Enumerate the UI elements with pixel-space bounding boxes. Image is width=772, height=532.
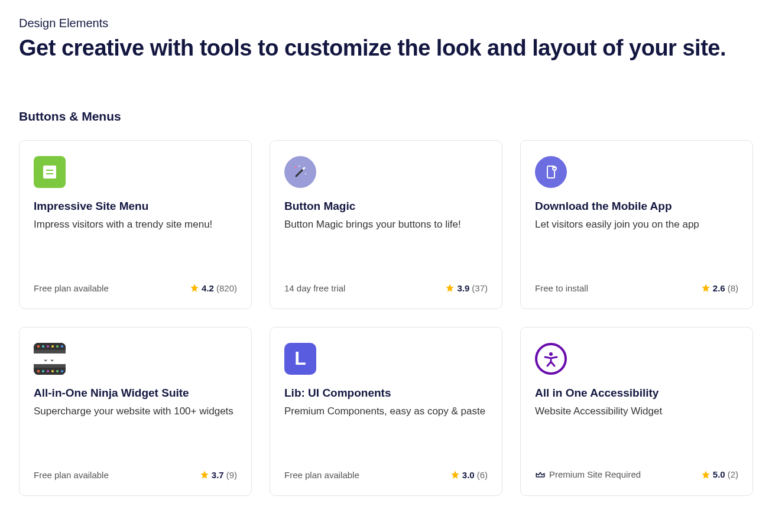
star-icon [450,470,460,479]
card-plan-text: Premium Site Required [549,469,641,479]
card-description: Website Accessibility Widget [535,404,738,419]
svg-line-4 [303,168,304,169]
app-card[interactable]: Download the Mobile App Let visitors eas… [520,140,753,309]
rating-value: 2.6 [713,283,725,293]
star-icon [701,470,711,479]
card-title: All in One Accessibility [535,387,738,400]
svg-point-7 [299,166,300,167]
cards-grid: Impressive Site Menu Impress visitors wi… [19,140,753,496]
svg-point-15 [47,345,49,348]
rating-count: (9) [226,470,237,480]
card-rating: 3.7 (9) [200,470,237,480]
card-plan: Premium Site Required [535,469,641,480]
card-rating: 4.2 (820) [190,283,237,293]
svg-point-13 [37,345,40,348]
card-footer: Free to install 2.6 (8) [535,271,738,293]
rating-value: 3.0 [462,470,475,480]
card-footer: Free plan available 3.0 (6) [284,458,488,480]
svg-point-16 [51,345,54,348]
accessibility-icon [535,343,567,375]
svg-point-26 [61,370,63,372]
card-rating: 2.6 (8) [701,283,738,293]
card-title: Impressive Site Menu [34,200,237,213]
card-rating: 5.0 (2) [701,469,738,479]
section-title: Buttons & Menus [19,109,753,124]
card-footer: Free plan available 4.2 (820) [34,271,237,293]
menu-icon [34,156,66,188]
rating-value: 3.7 [212,470,224,480]
rating-value: 5.0 [713,469,725,479]
card-description: Button Magic brings your buttons to life… [284,218,488,232]
card-footer: Free plan available 3.7 (9) [34,458,237,480]
app-card[interactable]: ⌄ ⌄ All-in-One Ninja Widget Suite Superc… [19,327,252,496]
app-card[interactable]: Impressive Site Menu Impress visitors wi… [19,140,252,309]
rating-value: 4.2 [202,283,214,293]
card-footer: 14 day free trial 3.9 (37) [284,271,488,293]
star-icon [190,283,199,293]
svg-point-14 [42,345,44,348]
card-plan: 14 day free trial [284,283,345,293]
card-plan: Free plan available [284,470,359,480]
rating-count: (37) [472,283,488,293]
rating-value: 3.9 [457,283,469,293]
card-plan: Free to install [535,283,588,293]
card-rating: 3.0 (6) [450,470,488,480]
card-title: Lib: UI Components [284,387,488,400]
page-title: Get creative with tools to customize the… [19,35,753,62]
svg-line-3 [296,169,303,176]
card-plan: Free plan available [34,470,109,480]
rating-count: (6) [477,470,488,480]
svg-point-5 [295,166,297,168]
svg-point-23 [47,370,49,372]
svg-point-22 [42,370,44,372]
card-footer: Premium Site Required 5.0 (2) [535,458,738,480]
card-description: Impress visitors with a trendy site menu… [34,218,237,232]
svg-point-17 [56,345,59,348]
svg-point-24 [51,370,54,372]
page-subtitle: Design Elements [19,17,753,30]
rating-count: (820) [216,283,237,293]
svg-point-27 [549,352,553,356]
svg-text:⌄ ⌄: ⌄ ⌄ [43,356,54,362]
ninja-icon: ⌄ ⌄ [34,343,66,375]
card-plan: Free plan available [34,283,109,293]
app-card[interactable]: Button Magic Button Magic brings your bu… [270,140,502,309]
svg-rect-0 [43,166,56,179]
card-title: Download the Mobile App [535,200,738,213]
svg-point-21 [37,370,40,372]
card-description: Premium Components, easy as copy & paste [284,404,488,419]
lib-icon: L [284,343,316,375]
svg-point-25 [56,370,59,372]
app-card[interactable]: All in One Accessibility Website Accessi… [520,327,753,496]
svg-point-6 [305,173,306,174]
page-header: Design Elements Get creative with tools … [19,17,753,62]
card-description: Let visitors easily join you on the app [535,218,738,232]
card-rating: 3.9 (37) [445,283,488,293]
app-card[interactable]: L Lib: UI Components Premium Components,… [270,327,502,496]
crown-icon [535,469,546,480]
rating-count: (8) [728,283,738,293]
card-title: Button Magic [284,200,488,213]
star-icon [200,470,209,479]
star-icon [445,283,455,293]
card-title: All-in-One Ninja Widget Suite [34,387,237,400]
magic-icon [284,156,316,188]
svg-point-18 [61,345,63,348]
star-icon [701,283,711,293]
mobile-icon [535,156,567,188]
rating-count: (2) [728,469,738,479]
card-description: Supercharge your website with 100+ widge… [34,404,237,419]
